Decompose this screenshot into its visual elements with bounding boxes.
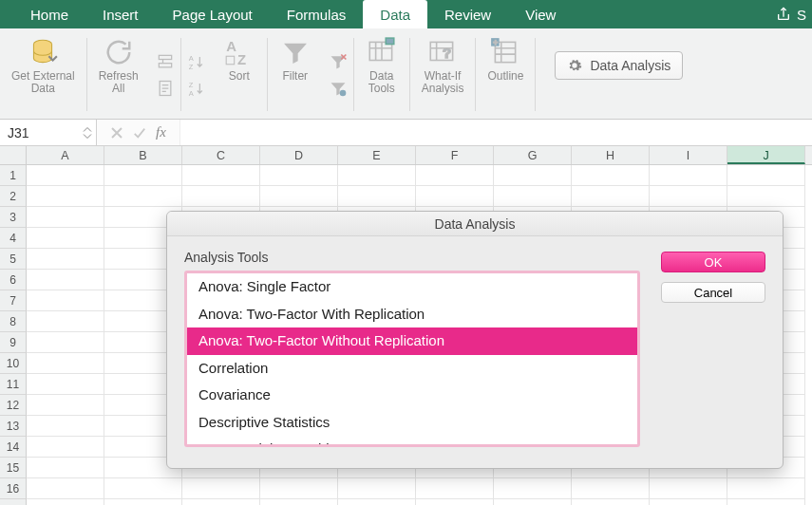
row-header[interactable]: 4: [0, 228, 27, 249]
cell[interactable]: [27, 165, 104, 186]
cell[interactable]: [104, 186, 182, 207]
cancel-button[interactable]: Cancel: [661, 282, 765, 303]
row-header[interactable]: 7: [0, 290, 27, 311]
get-external-data-button[interactable]: Get External Data: [8, 34, 79, 97]
cell[interactable]: [494, 499, 572, 505]
tab-page-layout[interactable]: Page Layout: [156, 0, 270, 28]
cell[interactable]: [650, 499, 727, 505]
list-item[interactable]: Exponential Smoothing: [187, 436, 637, 447]
cell[interactable]: [338, 165, 416, 186]
row-header[interactable]: 17: [0, 499, 27, 505]
column-header[interactable]: H: [572, 146, 650, 164]
cell[interactable]: [727, 186, 805, 207]
tab-view[interactable]: View: [508, 0, 573, 28]
row-header[interactable]: 9: [0, 332, 27, 353]
column-header[interactable]: C: [182, 146, 260, 164]
row-header[interactable]: 12: [0, 395, 27, 416]
cell[interactable]: [650, 478, 727, 499]
row-header[interactable]: 5: [0, 249, 27, 270]
row-header[interactable]: 2: [0, 186, 27, 207]
name-box[interactable]: J31: [0, 120, 97, 145]
cell[interactable]: [494, 186, 572, 207]
refresh-all-button[interactable]: Refresh All: [95, 34, 142, 97]
advanced-filter-button[interactable]: [325, 77, 351, 100]
list-item[interactable]: Anova: Single Factor: [187, 273, 637, 301]
cell[interactable]: [182, 499, 260, 505]
tab-formulas[interactable]: Formulas: [270, 0, 364, 28]
row-header[interactable]: 1: [0, 165, 27, 186]
accept-edit-icon[interactable]: [133, 126, 146, 140]
cell[interactable]: [416, 186, 494, 207]
column-header[interactable]: E: [338, 146, 416, 164]
data-tools-button[interactable]: Data Tools: [362, 34, 402, 97]
cell[interactable]: [182, 165, 260, 186]
cell[interactable]: [416, 499, 494, 505]
cell[interactable]: [727, 499, 805, 505]
row-header[interactable]: 10: [0, 353, 27, 374]
cell[interactable]: [572, 478, 650, 499]
select-all-corner[interactable]: [0, 146, 27, 164]
tab-data[interactable]: Data: [363, 0, 427, 28]
cell[interactable]: [104, 165, 182, 186]
sort-asc-button[interactable]: AZ: [183, 50, 210, 73]
analysis-tools-listbox[interactable]: Anova: Single FactorAnova: Two-Factor Wi…: [184, 271, 640, 447]
cell[interactable]: [27, 374, 104, 395]
cell[interactable]: [27, 353, 104, 374]
cell[interactable]: [572, 186, 650, 207]
cell[interactable]: [104, 478, 182, 499]
tab-insert[interactable]: Insert: [85, 0, 156, 28]
row-header[interactable]: 8: [0, 311, 27, 332]
cell[interactable]: [416, 478, 494, 499]
filter-button[interactable]: Filter: [275, 34, 315, 84]
list-item[interactable]: Anova: Two-Factor Without Replication: [187, 327, 637, 355]
row-header[interactable]: 15: [0, 458, 27, 478]
cell[interactable]: [416, 165, 494, 186]
row-header[interactable]: 14: [0, 437, 27, 458]
row-header[interactable]: 11: [0, 374, 27, 395]
cell[interactable]: [572, 499, 650, 505]
cell[interactable]: [27, 499, 104, 505]
list-item[interactable]: Covariance: [187, 382, 637, 409]
cell[interactable]: [338, 478, 416, 499]
list-item[interactable]: Descriptive Statistics: [187, 409, 637, 437]
ok-button[interactable]: OK: [661, 252, 765, 272]
cell[interactable]: [650, 186, 727, 207]
cell[interactable]: [338, 186, 416, 207]
connections-button[interactable]: [152, 50, 179, 73]
cell[interactable]: [260, 186, 338, 207]
cell[interactable]: [27, 478, 104, 499]
cell[interactable]: [27, 270, 104, 290]
row-header[interactable]: 13: [0, 416, 27, 437]
cell[interactable]: [572, 165, 650, 186]
cell[interactable]: [338, 499, 416, 505]
cell[interactable]: [650, 165, 727, 186]
sort-desc-button[interactable]: ZA: [183, 77, 210, 100]
cell[interactable]: [727, 165, 805, 186]
cell[interactable]: [27, 290, 104, 311]
cell[interactable]: [27, 249, 104, 270]
column-header[interactable]: J: [727, 146, 805, 164]
cell[interactable]: [27, 332, 104, 353]
chevron-up-icon[interactable]: [83, 126, 92, 133]
cell[interactable]: [27, 416, 104, 437]
column-header[interactable]: F: [416, 146, 494, 164]
data-analysis-button[interactable]: Data Analysis: [555, 51, 683, 80]
list-item[interactable]: Correlation: [187, 355, 637, 383]
column-header[interactable]: G: [494, 146, 572, 164]
cell[interactable]: [494, 478, 572, 499]
cell[interactable]: [27, 207, 104, 228]
cell[interactable]: [494, 165, 572, 186]
clear-filter-button[interactable]: [325, 50, 351, 73]
column-header[interactable]: I: [650, 146, 727, 164]
cell[interactable]: [260, 478, 338, 499]
row-header[interactable]: 16: [0, 478, 27, 499]
share-button[interactable]: S: [776, 0, 806, 28]
chevron-down-icon[interactable]: [83, 133, 92, 140]
row-header[interactable]: 6: [0, 270, 27, 290]
cancel-edit-icon[interactable]: [110, 126, 123, 140]
row-header[interactable]: 3: [0, 207, 27, 228]
cell[interactable]: [27, 228, 104, 249]
properties-button[interactable]: [152, 77, 179, 100]
tab-home[interactable]: Home: [13, 0, 85, 28]
cell[interactable]: [182, 186, 260, 207]
